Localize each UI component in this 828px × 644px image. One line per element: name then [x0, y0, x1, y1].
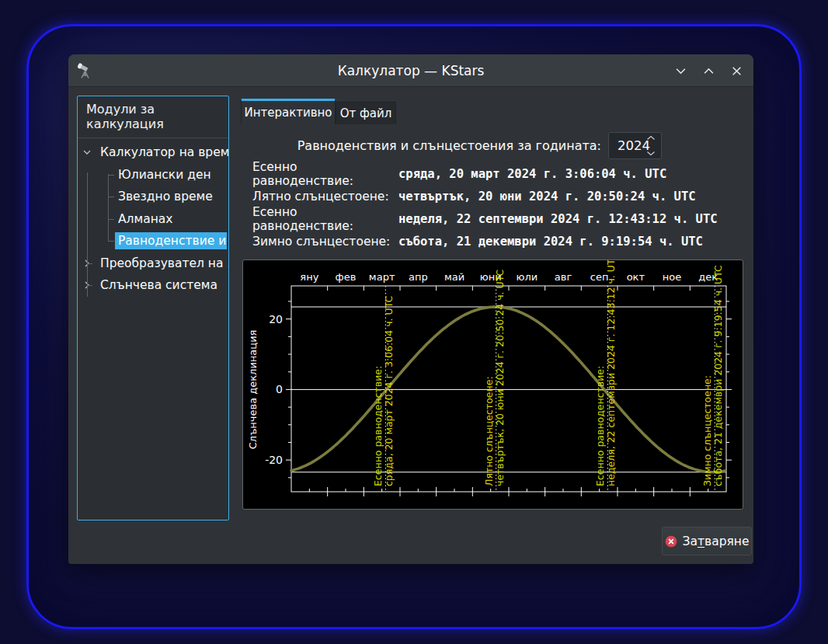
tree-item-label: Юлиански ден	[115, 166, 228, 183]
event-title-1: Лятно слънцестоене:	[483, 376, 495, 486]
tree-item-label: Алманах	[115, 211, 228, 228]
month-label-март: март	[369, 271, 395, 283]
chevron-down-icon[interactable]	[81, 146, 93, 158]
event-title-0: Есенно равноденствие:	[372, 366, 384, 486]
result-label: Есенно равноденствие:	[252, 205, 398, 233]
modules-panel: Модули за калкулация Калкулатор на време…	[77, 96, 229, 520]
month-label-окт: окт	[627, 271, 645, 283]
tree-branch-line	[87, 172, 88, 297]
tab-from-file[interactable]: От файл	[336, 102, 396, 124]
maximize-button[interactable]	[702, 64, 715, 77]
event-date-1: четвъртък, 20 юни 2024 г. 20:50:24 ч. UT…	[494, 269, 506, 486]
tree-branch-line	[108, 241, 114, 242]
tab-interactive[interactable]: Интерактивно	[241, 99, 336, 124]
result-row-3: Зимно слънцестоене:събота, 21 декември 2…	[252, 230, 718, 252]
close-button[interactable]: Затваряне	[662, 527, 752, 555]
month-label-яну: яну	[300, 271, 318, 283]
modules-tree: Калкулатор на времеЮлиански денЗвездно в…	[78, 138, 228, 297]
tree-item-1[interactable]: Юлиански ден	[78, 164, 228, 186]
tree-item-4[interactable]: Равноденствие и ...	[78, 230, 228, 252]
tree-item-0[interactable]: Калкулатор на време	[78, 141, 228, 164]
tree-branch-line	[108, 174, 109, 241]
tree-branch-line	[87, 263, 92, 264]
year-label: Равноденствия и слънцестоения за годинат…	[297, 138, 601, 153]
tree-item-6[interactable]: Слънчева система	[78, 274, 228, 297]
spin-up-icon[interactable]	[646, 135, 656, 141]
tree-item-label: Слънчева система	[97, 277, 228, 294]
modules-panel-header: Модули за калкулация	[78, 96, 228, 138]
minimize-button[interactable]	[674, 64, 687, 77]
y-tick-label--20: -20	[265, 454, 283, 466]
declination-chart: януфевмартапрмайюниюлиавгсепоктноедек200…	[242, 259, 743, 510]
titlebar[interactable]: Калкулатор — KStars	[68, 54, 753, 87]
tree-item-2[interactable]: Звездно време	[78, 186, 228, 208]
month-label-апр: апр	[409, 271, 428, 283]
result-value: неделя, 22 септември 2024 г. 12:43:12 ч.…	[398, 212, 718, 226]
close-window-button[interactable]	[730, 64, 743, 77]
result-value: четвъртък, 20 юни 2024 г. 20:50:24 ч. UT…	[398, 190, 696, 204]
y-tick-label-0: 0	[276, 383, 283, 395]
kstars-calculator-window: Калкулатор — KStars Модули за калкулация…	[68, 54, 753, 564]
tree-branch-line	[108, 219, 114, 220]
event-title-2: Есенно равноденствие:	[594, 366, 606, 486]
tree-item-label: Преобразувател на ...	[97, 255, 228, 272]
tree-item-3[interactable]: Алманах	[78, 208, 228, 231]
tree-branch-line	[87, 285, 92, 286]
tree-branch-line	[108, 197, 114, 197]
result-label: Лятно слънцестоене:	[252, 190, 398, 204]
event-date-2: неделя, 22 септември 2024 г. 12:43:12 ч.…	[605, 260, 617, 486]
spin-down-icon[interactable]	[646, 151, 656, 156]
dialog-close-icon	[665, 535, 677, 548]
plot-frame	[291, 286, 726, 492]
month-label-май: май	[444, 271, 464, 283]
y-tick-label-20: 20	[269, 313, 283, 325]
result-row-0: Есенно равноденствие:сряда, 20 март 2024…	[252, 162, 718, 185]
result-label: Есенно равноденствие:	[252, 160, 398, 188]
equinox-results: Есенно равноденствие:сряда, 20 март 2024…	[252, 162, 718, 252]
tree-item-label: Звездно време	[115, 188, 228, 205]
telescope-icon	[76, 61, 95, 80]
result-value: сряда, 20 март 2024 г. 3:06:04 ч. UTC	[398, 167, 666, 181]
tree-item-label: Калкулатор на време	[97, 144, 228, 161]
month-label-фев: фев	[336, 271, 357, 283]
event-title-3: Зимно слънцестоене:	[701, 375, 713, 486]
window-title: Калкулатор — KStars	[68, 63, 753, 78]
result-value: събота, 21 декември 2024 г. 9:19:54 ч. U…	[398, 235, 703, 249]
event-date-0: сряда, 20 март 2024 г. 3:06:04 ч. UTC	[383, 295, 395, 486]
tree-item-5[interactable]: Преобразувател на ...	[78, 252, 228, 275]
tree-branch-line	[108, 175, 114, 176]
year-spinbox[interactable]: 2024	[608, 132, 662, 159]
result-row-2: Есенно равноденствие:неделя, 22 септемвр…	[252, 207, 718, 230]
result-label: Зимно слънцестоене:	[252, 235, 398, 249]
month-label-юли: юли	[516, 271, 538, 283]
month-label-авг: авг	[555, 271, 572, 283]
close-button-label: Затваряне	[683, 534, 750, 548]
tree-item-label: Равноденствие и ...	[115, 232, 227, 249]
event-date-3: събота, 21 декември 2024 г. 9:19:54 ч. U…	[712, 265, 724, 486]
y-axis-title: Слънчева деклинация	[247, 330, 259, 450]
month-label-ное: ное	[663, 271, 681, 283]
declination-chart-svg: януфевмартапрмайюниюлиавгсепоктноедек200…	[243, 260, 743, 509]
